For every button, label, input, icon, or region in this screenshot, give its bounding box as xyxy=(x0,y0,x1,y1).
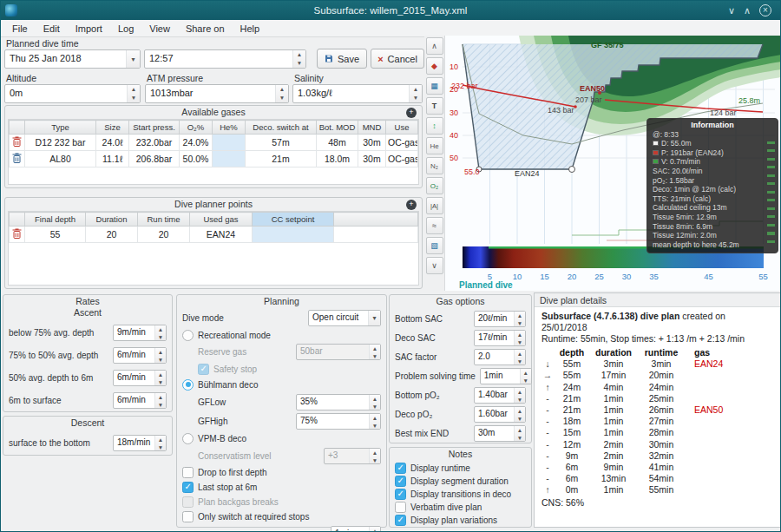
best-mix-end-spinner[interactable]: 30m▲▼ xyxy=(474,425,526,442)
problem-solving-time-spinner[interactable]: 1min▲▼ xyxy=(480,368,532,384)
descent-rate-spinner[interactable]: 18m/min▲▼ xyxy=(113,435,167,451)
ascent-rate-1-spinner[interactable]: 9m/min▲▼ xyxy=(113,325,167,341)
deco-po2-spinner[interactable]: 1.60bar▲▼ xyxy=(474,406,526,423)
titlebar[interactable]: Subsurface: willem_2015_May.xml ∨ ∧ × xyxy=(1,1,780,20)
menu-view[interactable]: View xyxy=(141,22,178,36)
menu-help[interactable]: Help xyxy=(233,22,268,36)
gas-change-icon[interactable]: ↕ xyxy=(426,117,443,135)
mean-depth-label: 25.8m xyxy=(738,96,760,105)
bottom-po2-spinner[interactable]: 1.40bar▲▼ xyxy=(474,387,526,404)
drop-to-first-depth-checkbox[interactable] xyxy=(182,467,194,478)
bottom-sac-spinner[interactable]: 20ℓ/min▲▼ xyxy=(474,311,526,327)
gas-row[interactable]: AL8011.1ℓ206.8bar 50.0%21m 18.0m30mOC-ga… xyxy=(10,151,418,167)
spinner-arrows[interactable]: ▲▼ xyxy=(127,85,140,102)
gfhigh-spinner[interactable]: 75%▲▼ xyxy=(296,413,381,430)
tissue-graph-icon[interactable]: ▧ xyxy=(426,237,443,254)
plan-row: ↑0m1min55min xyxy=(541,484,773,496)
vpmb-deco-radio[interactable] xyxy=(182,433,194,444)
dive-time-spinner[interactable]: 12:57 ▲▼ xyxy=(144,49,306,69)
salinity-field[interactable]: 1.03kg/ℓ ▲▼ xyxy=(292,84,423,103)
profile-info-tooltip: Information @: 8:33 D: 55.0m P: 191bar (… xyxy=(646,118,778,253)
rate-value: 18m/min xyxy=(114,436,154,450)
spinner-arrows[interactable]: ▲▼ xyxy=(409,85,422,102)
chevron-down-icon[interactable]: ▾ xyxy=(126,50,140,68)
menu-import[interactable]: Import xyxy=(68,22,110,36)
spinner-arrows: ▲▼ xyxy=(369,345,380,359)
verbatim-plan-checkbox[interactable] xyxy=(395,502,406,513)
spinner-arrows[interactable]: ▲▼ xyxy=(154,393,166,408)
spinner-arrows[interactable]: ▲▼ xyxy=(514,350,525,365)
close-button[interactable]: × xyxy=(759,4,771,16)
ead-icon[interactable]: |A| xyxy=(426,197,443,214)
gas-row[interactable]: D12 232 bar24.0ℓ232.0bar 24.0%57m 48m30m… xyxy=(10,135,418,151)
maximize-button[interactable]: ∧ xyxy=(744,2,751,19)
ascent-rate-4-spinner[interactable]: 6m/min▲▼ xyxy=(113,392,167,409)
handles-icon[interactable]: ◆ xyxy=(426,57,443,75)
spinner-arrows[interactable]: ▲▼ xyxy=(520,369,531,384)
altitude-field[interactable]: 0m ▲▼ xyxy=(4,84,141,103)
spinner-arrows[interactable]: ▲▼ xyxy=(154,348,166,363)
menu-file[interactable]: File xyxy=(4,22,36,36)
add-cylinder-button[interactable]: + xyxy=(406,108,417,118)
spinner-arrows[interactable]: ▲▼ xyxy=(275,85,288,102)
only-switch-at-stops-checkbox[interactable] xyxy=(182,511,194,522)
tankbar-icon[interactable]: T xyxy=(426,97,443,115)
scroll-down-icon[interactable]: ∨ xyxy=(426,257,443,274)
spinner-arrows[interactable]: ▲▼ xyxy=(514,388,525,403)
spinner-arrows[interactable]: ▲▼ xyxy=(514,331,525,345)
altitude-value: 0m xyxy=(5,85,127,102)
gflow-spinner[interactable]: 35%▲▼ xyxy=(296,394,381,410)
atm-pressure-field[interactable]: 1013mbar ▲▼ xyxy=(145,84,289,103)
po2-graph-icon[interactable]: O₂ xyxy=(426,177,443,194)
spinner-arrows[interactable]: ▲▼ xyxy=(514,407,525,422)
phe-graph-icon[interactable]: He xyxy=(426,137,443,154)
recreational-mode-radio[interactable] xyxy=(182,330,194,341)
last-stop-6m-checkbox[interactable] xyxy=(182,482,194,493)
scroll-up-icon[interactable]: ∧ xyxy=(426,37,443,55)
only-switch-at-stops-label: Only switch at required stops xyxy=(198,512,309,522)
delete-cylinder-icon[interactable] xyxy=(10,151,25,167)
spinner-arrows[interactable]: ▲▼ xyxy=(514,312,525,326)
spinner-arrows[interactable]: ▲▼ xyxy=(514,426,525,441)
sac-graph-icon[interactable]: ≈ xyxy=(426,217,443,234)
dive-planner-points-table[interactable]: Final depthDuration Run timeUsed gas CC … xyxy=(8,211,419,286)
spinner-arrows[interactable]: ▲▼ xyxy=(154,371,166,385)
plan-row: -21m1min25min xyxy=(541,393,773,404)
dive-mode-select[interactable]: Open circuit▾ xyxy=(308,310,381,326)
profile-handle[interactable] xyxy=(569,167,575,173)
buhlmann-deco-radio[interactable] xyxy=(182,379,194,391)
available-gases-table[interactable]: TypeSize Start press.O₂%He% Deco. switch… xyxy=(8,119,419,185)
cancel-button[interactable]: × Cancel xyxy=(371,49,424,69)
spinner-arrows[interactable]: ▲▼ xyxy=(369,414,380,429)
spinner-arrows[interactable]: ▲▼ xyxy=(154,325,166,340)
plan-row: ↑24m4min24min xyxy=(541,382,773,393)
spinner-arrows[interactable]: ▲▼ xyxy=(369,395,380,410)
pn2-graph-icon[interactable]: N₂ xyxy=(426,157,443,174)
delete-cylinder-icon[interactable] xyxy=(10,135,25,151)
display-transitions-checkbox[interactable] xyxy=(395,489,406,500)
delete-waypoint-icon[interactable] xyxy=(10,227,25,243)
menu-log[interactable]: Log xyxy=(110,22,141,36)
chevron-down-icon[interactable]: ▾ xyxy=(368,311,380,325)
deco-po2-value: 1.60bar xyxy=(475,407,514,422)
menu-share-on[interactable]: Share on xyxy=(178,22,233,36)
display-segment-duration-checkbox[interactable] xyxy=(395,476,406,487)
min-switch-duration-spinner[interactable]: 1min▲▼ xyxy=(331,526,381,532)
spinner-arrows[interactable]: ▲▼ xyxy=(369,527,380,532)
display-variations-checkbox[interactable] xyxy=(395,515,406,526)
minimize-button[interactable]: ∨ xyxy=(728,2,735,19)
save-button[interactable]: Save xyxy=(317,49,367,69)
grid-icon[interactable]: ▦ xyxy=(426,77,443,95)
sac-factor-spinner[interactable]: 2.0▲▼ xyxy=(474,349,526,365)
add-waypoint-button[interactable]: + xyxy=(406,200,417,210)
display-runtime-checkbox[interactable] xyxy=(395,463,406,474)
spinner-arrows[interactable]: ▲▼ xyxy=(154,436,166,450)
dive-profile-area[interactable]: 10 20 30 40 50 55.0 5 10 15 20 25 30 35 … xyxy=(445,36,781,291)
ascent-rate-2-spinner[interactable]: 6m/min▲▼ xyxy=(113,347,167,364)
ascent-rate-3-spinner[interactable]: 6m/min▲▼ xyxy=(113,370,167,386)
dive-date-select[interactable]: Thu 25 Jan 2018 ▾ xyxy=(4,49,141,69)
planner-point-row[interactable]: 5520 20EAN24 xyxy=(10,227,418,243)
deco-sac-spinner[interactable]: 17ℓ/min▲▼ xyxy=(474,330,526,346)
spinner-arrows[interactable]: ▲▼ xyxy=(292,50,305,68)
menu-edit[interactable]: Edit xyxy=(36,22,68,36)
